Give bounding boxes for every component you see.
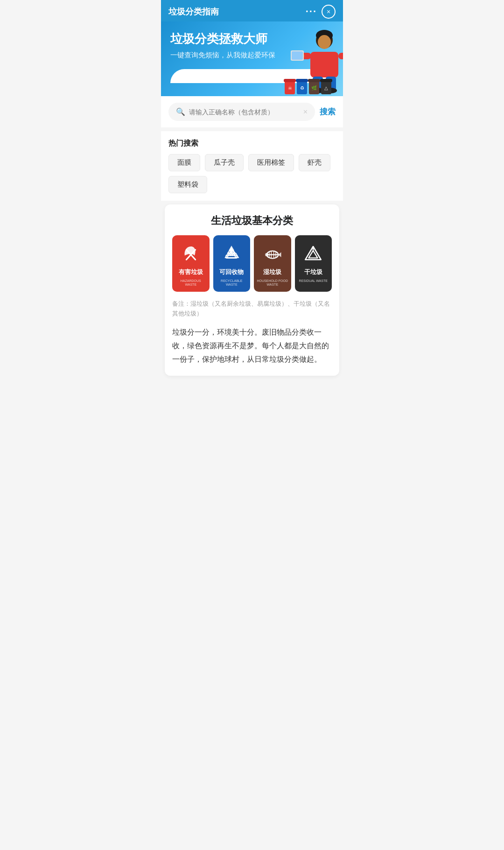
waste-item-hazardous[interactable]: 有害垃圾 HAZARDOUS WASTE — [172, 235, 210, 292]
residual-icon — [301, 242, 325, 265]
more-icon[interactable]: ··· — [306, 6, 317, 18]
status-bar: 垃圾分类指南 ··· × — [161, 0, 343, 21]
svg-point-33 — [265, 253, 268, 256]
svg-text:🌿: 🌿 — [311, 85, 317, 91]
recyclable-label-en: RECYCLABLE WASTE — [216, 279, 248, 287]
waste-item-food[interactable]: 湿垃圾 HOUSEHOLD FOOD WASTE — [254, 235, 291, 292]
search-area: 🔍 × 搜索 — [161, 96, 343, 127]
hazardous-icon — [179, 242, 203, 265]
card-title-container: GUIDELINE 生活垃圾基本分类 — [172, 214, 332, 228]
hot-search-tag[interactable]: 虾壳 — [299, 154, 330, 171]
classification-note: 备注：湿垃圾（又名厨余垃圾、易腐垃圾）、干垃圾（又名其他垃圾） — [172, 299, 332, 319]
svg-rect-18 — [296, 79, 308, 82]
svg-rect-19 — [308, 79, 320, 82]
food-label-en: HOUSEHOLD FOOD WASTE — [257, 279, 288, 287]
waste-grid: 有害垃圾 HAZARDOUS WASTE 可回收物 RECYCLABLE WAS… — [172, 235, 332, 292]
recyclable-label-cn: 可回收物 — [219, 268, 244, 276]
residual-label-en: RESIDUAL WASTE — [299, 279, 328, 283]
hot-search-title: 热门搜索 — [168, 139, 336, 148]
search-box: 🔍 × — [168, 103, 315, 121]
banner-subtitle: 一键查询免烦恼，从我做起爱环保 — [170, 51, 334, 60]
card-title: 生活垃圾基本分类 — [211, 215, 293, 226]
residual-label-cn: 干垃圾 — [304, 268, 322, 276]
search-input[interactable] — [189, 108, 300, 116]
clear-icon[interactable]: × — [303, 108, 308, 116]
hazardous-label-en: HAZARDOUS WASTE — [175, 279, 207, 287]
food-label-cn: 湿垃圾 — [263, 268, 281, 276]
hot-search-tag[interactable]: 塑料袋 — [168, 176, 207, 193]
close-button[interactable]: × — [322, 5, 336, 19]
recyclable-icon — [220, 242, 243, 265]
waste-item-recyclable[interactable]: 可回收物 RECYCLABLE WASTE — [213, 235, 251, 292]
search-icon: 🔍 — [176, 107, 185, 116]
app-title: 垃圾分类指南 — [168, 6, 219, 17]
hot-search-tags: 面膜瓜子壳医用棉签虾壳塑料袋 — [168, 154, 336, 193]
hazardous-label-cn: 有害垃圾 — [179, 268, 203, 276]
food-icon — [261, 242, 284, 265]
svg-text:△: △ — [324, 85, 328, 91]
hot-search-section: 热门搜索 面膜瓜子壳医用棉签虾壳塑料袋 — [161, 131, 343, 201]
banner: 垃圾分类拯救大师 一键查询免烦恼，从我做起爱环保 — [161, 21, 343, 96]
svg-text:☠: ☠ — [288, 85, 292, 91]
hot-search-tag[interactable]: 医用棉签 — [248, 154, 294, 171]
classification-body: 垃圾分一分，环境美十分。废旧物品分类收一收，绿色资源再生不是梦。每个人都是大自然… — [172, 326, 332, 366]
hot-search-tag[interactable]: 瓜子壳 — [205, 154, 244, 171]
banner-title: 垃圾分类拯救大师 — [170, 31, 334, 47]
status-icons: ··· × — [306, 5, 336, 19]
waste-item-residual[interactable]: 干垃圾 RESIDUAL WASTE — [295, 235, 332, 292]
svg-rect-5 — [338, 53, 343, 59]
hot-search-tag[interactable]: 面膜 — [168, 154, 200, 171]
classification-card: GUIDELINE 生活垃圾基本分类 有害垃圾 HAZARDOUS WASTE — [165, 204, 339, 376]
svg-text:♻: ♻ — [300, 85, 304, 91]
svg-rect-20 — [320, 79, 332, 82]
svg-rect-17 — [284, 79, 296, 82]
search-button[interactable]: 搜索 — [320, 106, 336, 117]
